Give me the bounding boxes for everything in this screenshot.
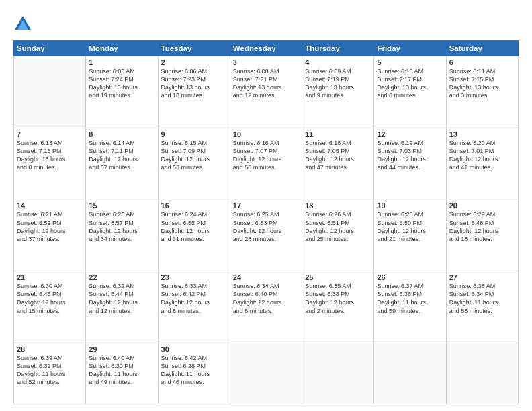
day-info: Sunrise: 6:20 AM Sunset: 7:01 PM Dayligh…	[449, 139, 515, 172]
weekday-header-saturday: Saturday	[446, 41, 518, 56]
weekday-header-monday: Monday	[86, 41, 158, 56]
calendar-cell: 1Sunrise: 6:05 AM Sunset: 7:24 PM Daylig…	[86, 56, 158, 128]
day-info: Sunrise: 6:33 AM Sunset: 6:42 PM Dayligh…	[161, 282, 227, 315]
calendar-cell: 26Sunrise: 6:37 AM Sunset: 6:36 PM Dayli…	[374, 271, 446, 343]
day-info: Sunrise: 6:09 AM Sunset: 7:19 PM Dayligh…	[305, 67, 371, 100]
day-info: Sunrise: 6:15 AM Sunset: 7:09 PM Dayligh…	[161, 139, 227, 172]
page: SundayMondayTuesdayWednesdayThursdayFrid…	[0, 0, 532, 411]
day-number: 30	[161, 345, 227, 353]
calendar-cell	[230, 342, 302, 404]
logo-icon	[13, 15, 32, 34]
weekday-header-wednesday: Wednesday	[230, 41, 302, 56]
day-number: 12	[377, 130, 443, 138]
calendar-cell: 16Sunrise: 6:24 AM Sunset: 6:55 PM Dayli…	[158, 199, 230, 271]
calendar-cell: 5Sunrise: 6:10 AM Sunset: 7:17 PM Daylig…	[374, 56, 446, 128]
day-info: Sunrise: 6:34 AM Sunset: 6:40 PM Dayligh…	[233, 282, 299, 315]
calendar-cell	[14, 56, 86, 128]
day-number: 16	[161, 201, 227, 210]
day-number: 3	[233, 58, 299, 66]
day-info: Sunrise: 6:18 AM Sunset: 7:05 PM Dayligh…	[305, 139, 371, 172]
calendar-cell: 28Sunrise: 6:39 AM Sunset: 6:32 PM Dayli…	[14, 342, 86, 404]
day-number: 27	[449, 273, 515, 281]
day-number: 26	[377, 273, 443, 281]
weekday-header-thursday: Thursday	[302, 41, 374, 56]
day-number: 2	[161, 58, 227, 66]
day-number: 6	[449, 58, 515, 66]
day-info: Sunrise: 6:30 AM Sunset: 6:46 PM Dayligh…	[17, 282, 83, 315]
calendar-cell: 17Sunrise: 6:25 AM Sunset: 6:53 PM Dayli…	[230, 199, 302, 271]
calendar-cell: 27Sunrise: 6:38 AM Sunset: 6:34 PM Dayli…	[446, 271, 518, 343]
calendar-cell	[374, 342, 446, 404]
day-number: 29	[89, 345, 154, 353]
day-number: 22	[89, 273, 154, 281]
day-number: 19	[377, 201, 443, 210]
day-info: Sunrise: 6:39 AM Sunset: 6:32 PM Dayligh…	[17, 354, 83, 387]
calendar-week-row: 7Sunrise: 6:13 AM Sunset: 7:13 PM Daylig…	[14, 128, 519, 199]
day-info: Sunrise: 6:08 AM Sunset: 7:21 PM Dayligh…	[233, 67, 299, 100]
day-number: 11	[305, 130, 371, 138]
day-info: Sunrise: 6:10 AM Sunset: 7:17 PM Dayligh…	[377, 67, 443, 100]
calendar-cell: 6Sunrise: 6:11 AM Sunset: 7:15 PM Daylig…	[446, 56, 518, 128]
calendar-cell: 3Sunrise: 6:08 AM Sunset: 7:21 PM Daylig…	[230, 56, 302, 128]
weekday-header-row: SundayMondayTuesdayWednesdayThursdayFrid…	[14, 41, 519, 56]
day-info: Sunrise: 6:11 AM Sunset: 7:15 PM Dayligh…	[449, 67, 515, 100]
calendar-cell: 2Sunrise: 6:06 AM Sunset: 7:23 PM Daylig…	[158, 56, 230, 128]
logo	[13, 15, 35, 34]
calendar-cell: 19Sunrise: 6:28 AM Sunset: 6:50 PM Dayli…	[374, 199, 446, 271]
weekday-header-sunday: Sunday	[14, 41, 86, 56]
calendar-cell: 11Sunrise: 6:18 AM Sunset: 7:05 PM Dayli…	[302, 128, 374, 199]
calendar-table: SundayMondayTuesdayWednesdayThursdayFrid…	[13, 40, 519, 404]
day-info: Sunrise: 6:14 AM Sunset: 7:11 PM Dayligh…	[89, 139, 154, 172]
day-info: Sunrise: 6:38 AM Sunset: 6:34 PM Dayligh…	[449, 282, 515, 315]
day-number: 4	[305, 58, 371, 66]
day-info: Sunrise: 6:16 AM Sunset: 7:07 PM Dayligh…	[233, 139, 299, 172]
day-info: Sunrise: 6:40 AM Sunset: 6:30 PM Dayligh…	[89, 354, 154, 387]
day-info: Sunrise: 6:29 AM Sunset: 6:48 PM Dayligh…	[449, 210, 515, 243]
calendar-cell: 12Sunrise: 6:19 AM Sunset: 7:03 PM Dayli…	[374, 128, 446, 199]
day-number: 10	[233, 130, 299, 138]
calendar-cell: 7Sunrise: 6:13 AM Sunset: 7:13 PM Daylig…	[14, 128, 86, 199]
day-info: Sunrise: 6:35 AM Sunset: 6:38 PM Dayligh…	[305, 282, 371, 315]
calendar-cell: 18Sunrise: 6:26 AM Sunset: 6:51 PM Dayli…	[302, 199, 374, 271]
calendar-cell: 30Sunrise: 6:42 AM Sunset: 6:28 PM Dayli…	[158, 342, 230, 404]
day-number: 5	[377, 58, 443, 66]
calendar-cell: 9Sunrise: 6:15 AM Sunset: 7:09 PM Daylig…	[158, 128, 230, 199]
calendar-cell	[446, 342, 518, 404]
day-info: Sunrise: 6:06 AM Sunset: 7:23 PM Dayligh…	[161, 67, 227, 100]
day-number: 25	[305, 273, 371, 281]
calendar-week-row: 1Sunrise: 6:05 AM Sunset: 7:24 PM Daylig…	[14, 56, 519, 128]
day-info: Sunrise: 6:42 AM Sunset: 6:28 PM Dayligh…	[161, 354, 227, 387]
calendar-cell: 25Sunrise: 6:35 AM Sunset: 6:38 PM Dayli…	[302, 271, 374, 343]
day-info: Sunrise: 6:21 AM Sunset: 6:59 PM Dayligh…	[17, 210, 83, 243]
day-info: Sunrise: 6:26 AM Sunset: 6:51 PM Dayligh…	[305, 210, 371, 243]
day-info: Sunrise: 6:05 AM Sunset: 7:24 PM Dayligh…	[89, 67, 154, 100]
day-number: 18	[305, 201, 371, 210]
day-info: Sunrise: 6:32 AM Sunset: 6:44 PM Dayligh…	[89, 282, 154, 315]
calendar-week-row: 21Sunrise: 6:30 AM Sunset: 6:46 PM Dayli…	[14, 271, 519, 343]
calendar-week-row: 28Sunrise: 6:39 AM Sunset: 6:32 PM Dayli…	[14, 342, 519, 404]
day-info: Sunrise: 6:19 AM Sunset: 7:03 PM Dayligh…	[377, 139, 443, 172]
calendar-cell: 23Sunrise: 6:33 AM Sunset: 6:42 PM Dayli…	[158, 271, 230, 343]
day-number: 23	[161, 273, 227, 281]
calendar-cell: 4Sunrise: 6:09 AM Sunset: 7:19 PM Daylig…	[302, 56, 374, 128]
day-number: 8	[89, 130, 154, 138]
day-number: 7	[17, 130, 83, 138]
calendar-cell: 20Sunrise: 6:29 AM Sunset: 6:48 PM Dayli…	[446, 199, 518, 271]
calendar-cell: 29Sunrise: 6:40 AM Sunset: 6:30 PM Dayli…	[86, 342, 158, 404]
day-number: 28	[17, 345, 83, 353]
day-number: 24	[233, 273, 299, 281]
calendar-cell: 22Sunrise: 6:32 AM Sunset: 6:44 PM Dayli…	[86, 271, 158, 343]
day-info: Sunrise: 6:37 AM Sunset: 6:36 PM Dayligh…	[377, 282, 443, 315]
calendar-cell: 13Sunrise: 6:20 AM Sunset: 7:01 PM Dayli…	[446, 128, 518, 199]
day-number: 14	[17, 201, 83, 210]
day-number: 21	[17, 273, 83, 281]
day-number: 13	[449, 130, 515, 138]
calendar-cell: 24Sunrise: 6:34 AM Sunset: 6:40 PM Dayli…	[230, 271, 302, 343]
day-info: Sunrise: 6:24 AM Sunset: 6:55 PM Dayligh…	[161, 210, 227, 243]
calendar-week-row: 14Sunrise: 6:21 AM Sunset: 6:59 PM Dayli…	[14, 199, 519, 271]
day-info: Sunrise: 6:23 AM Sunset: 6:57 PM Dayligh…	[89, 210, 154, 243]
calendar-cell: 21Sunrise: 6:30 AM Sunset: 6:46 PM Dayli…	[14, 271, 86, 343]
day-number: 9	[161, 130, 227, 138]
weekday-header-friday: Friday	[374, 41, 446, 56]
calendar-cell: 14Sunrise: 6:21 AM Sunset: 6:59 PM Dayli…	[14, 199, 86, 271]
